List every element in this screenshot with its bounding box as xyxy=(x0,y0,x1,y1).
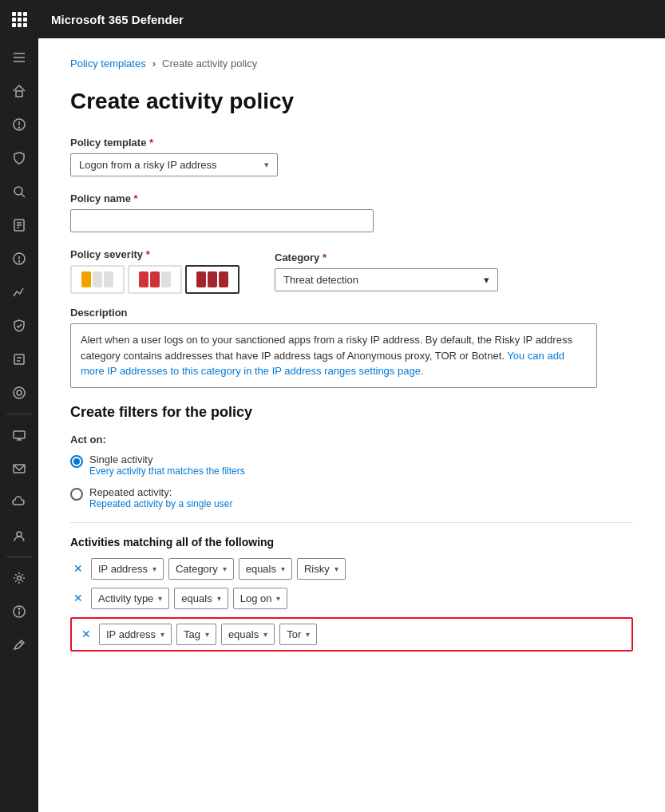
apps-grid-icon[interactable] xyxy=(12,12,27,27)
svg-point-23 xyxy=(17,532,22,537)
severity-low[interactable] xyxy=(70,265,125,294)
severity-category-row: Policy severity * xyxy=(70,248,633,294)
filters-section: Create filters for the policy Act on: Si… xyxy=(70,404,633,652)
secure-score-icon[interactable] xyxy=(0,310,38,342)
sidebar-top-bar xyxy=(0,0,38,38)
single-activity-radio[interactable] xyxy=(70,455,83,468)
filter-ip-address-1[interactable]: IP address ▾ xyxy=(91,558,164,580)
filter-activity-type-2[interactable]: Activity type ▾ xyxy=(91,588,169,609)
category-group: Category * Threat detection ▾ xyxy=(275,252,498,291)
filters-section-title: Create filters for the policy xyxy=(70,404,633,421)
chevron-icon: ▾ xyxy=(158,594,162,603)
chevron-icon: ▾ xyxy=(276,594,280,603)
incidents-icon[interactable] xyxy=(0,109,38,141)
category-chevron-icon: ▾ xyxy=(484,274,489,286)
svg-rect-15 xyxy=(14,355,24,364)
severity-group: Policy severity * xyxy=(70,248,239,294)
divider-2 xyxy=(6,557,32,557)
chevron-icon: ▾ xyxy=(263,630,267,639)
policy-name-group: Policy name * Logon from a risky IP addr… xyxy=(70,192,633,232)
filter-row-3-highlighted: ✕ IP address ▾ Tag ▾ equals ▾ Tor ▾ xyxy=(70,617,633,652)
severity-label: Policy severity * xyxy=(70,248,239,260)
chevron-icon: ▾ xyxy=(160,630,164,639)
chevron-icon: ▾ xyxy=(334,564,338,573)
severity-high[interactable] xyxy=(185,265,239,294)
svg-rect-3 xyxy=(16,91,22,97)
category-label: Category * xyxy=(275,252,498,263)
filter-remove-3[interactable]: ✕ xyxy=(78,626,94,642)
svg-point-18 xyxy=(14,387,25,398)
endpoints-icon[interactable] xyxy=(0,419,38,451)
svg-line-28 xyxy=(20,642,22,644)
feedback-icon[interactable] xyxy=(0,629,38,661)
home-icon[interactable] xyxy=(0,75,38,107)
filter-row-1: ✕ IP address ▾ Category ▾ equals ▾ Risky… xyxy=(70,558,633,580)
breadcrumb-current: Create activity policy xyxy=(162,57,257,69)
repeated-activity-radio[interactable] xyxy=(70,488,83,501)
policy-template-group: Policy template * Logon from a risky IP … xyxy=(70,137,633,176)
chevron-icon: ▾ xyxy=(217,594,221,603)
description-box: Alert when a user logs on to your sancti… xyxy=(70,323,597,388)
filter-tor-3[interactable]: Tor ▾ xyxy=(279,624,317,645)
policy-name-input[interactable]: Logon from a risky IP address tagged wit… xyxy=(70,209,374,232)
learning-hub-icon[interactable] xyxy=(0,343,38,375)
content-area: Policy templates › Create activity polic… xyxy=(38,38,665,812)
filter-ip-address-3[interactable]: IP address ▾ xyxy=(99,624,172,645)
policy-name-label: Policy name * xyxy=(70,192,633,204)
chevron-down-icon: ▾ xyxy=(264,160,269,170)
severity-options xyxy=(70,265,239,294)
description-label: Description xyxy=(70,307,633,319)
activities-title: Activities matching all of the following xyxy=(70,536,633,549)
policy-template-select[interactable]: Logon from a risky IP address ▾ xyxy=(70,153,278,176)
filter-equals-2[interactable]: equals ▾ xyxy=(174,588,228,609)
filter-remove-2[interactable]: ✕ xyxy=(70,590,86,606)
action-center-icon[interactable] xyxy=(0,243,38,275)
settings-icon[interactable] xyxy=(0,562,38,594)
menu-icon[interactable] xyxy=(0,42,38,73)
filter-equals-3[interactable]: equals ▾ xyxy=(221,624,275,645)
svg-line-8 xyxy=(22,194,25,197)
svg-rect-19 xyxy=(14,431,25,438)
svg-point-24 xyxy=(18,576,22,580)
chevron-icon: ▾ xyxy=(306,630,310,639)
reports-icon[interactable] xyxy=(0,209,38,241)
repeated-activity-sublabel: Repeated activity by a single user xyxy=(89,498,232,509)
filter-category-1[interactable]: Category ▾ xyxy=(168,558,234,580)
partner-catalog-icon[interactable] xyxy=(0,377,38,409)
act-on-label: Act on: xyxy=(70,434,633,446)
description-group: Description Alert when a user logs on to… xyxy=(70,307,633,388)
nav-icon-list xyxy=(0,38,38,664)
breadcrumb: Policy templates › Create activity polic… xyxy=(70,57,633,69)
cloud-apps-icon[interactable] xyxy=(0,486,38,518)
breadcrumb-parent[interactable]: Policy templates xyxy=(70,57,146,69)
category-select[interactable]: Threat detection ▾ xyxy=(275,268,498,291)
svg-point-7 xyxy=(14,187,22,195)
filter-log-on-2[interactable]: Log on ▾ xyxy=(233,588,288,609)
divider-1 xyxy=(6,414,32,414)
filter-risky-1[interactable]: Risky ▾ xyxy=(297,558,346,580)
filter-equals-1[interactable]: equals ▾ xyxy=(239,558,292,580)
hunting-icon[interactable] xyxy=(0,176,38,208)
divider xyxy=(70,522,633,523)
svg-point-6 xyxy=(19,128,20,129)
info-icon[interactable] xyxy=(0,596,38,628)
filter-tag-3[interactable]: Tag ▾ xyxy=(176,624,216,645)
chevron-icon: ▾ xyxy=(205,630,209,639)
breadcrumb-separator: › xyxy=(152,57,156,69)
repeated-activity-option[interactable]: Repeated activity: Repeated activity by … xyxy=(70,486,633,509)
threat-analytics-icon[interactable] xyxy=(0,276,38,308)
shield-icon[interactable] xyxy=(0,142,38,174)
identity-icon[interactable] xyxy=(0,520,38,552)
filter-remove-1[interactable]: ✕ xyxy=(70,560,86,576)
single-activity-option[interactable]: Single activity Every activity that matc… xyxy=(70,454,633,477)
svg-point-27 xyxy=(18,608,19,609)
page-title: Create activity policy xyxy=(70,89,633,114)
single-activity-label: Single activity xyxy=(89,454,245,465)
email-icon[interactable] xyxy=(0,453,38,485)
single-activity-sublabel: Every activity that matches the filters xyxy=(89,465,245,477)
chevron-icon: ▾ xyxy=(281,564,285,573)
svg-point-14 xyxy=(19,261,20,262)
severity-medium[interactable] xyxy=(128,265,182,294)
description-link[interactable]: You can add more IP addresses to this ca… xyxy=(81,350,564,378)
main-wrapper: Microsoft 365 Defender Policy templates … xyxy=(38,0,665,812)
